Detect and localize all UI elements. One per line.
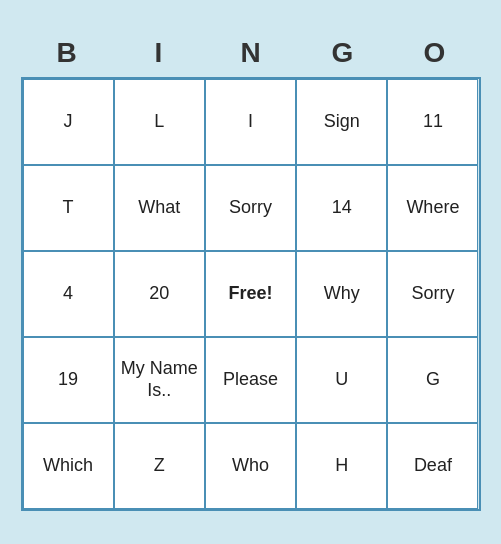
cell-r1-c2[interactable]: Sorry [205, 165, 296, 251]
cell-r0-c3[interactable]: Sign [296, 79, 387, 165]
cell-r2-c3[interactable]: Why [296, 251, 387, 337]
cell-r0-c1[interactable]: L [114, 79, 205, 165]
cell-r4-c3[interactable]: H [296, 423, 387, 509]
cell-r3-c0[interactable]: 19 [23, 337, 114, 423]
cell-r0-c2[interactable]: I [205, 79, 296, 165]
header-letter-b: B [21, 33, 113, 73]
cell-r3-c2[interactable]: Please [205, 337, 296, 423]
cell-r3-c4[interactable]: G [387, 337, 478, 423]
bingo-card: BINGO JLISign11TWhatSorry14Where420Free!… [11, 23, 491, 521]
cell-r4-c4[interactable]: Deaf [387, 423, 478, 509]
bingo-header: BINGO [21, 33, 481, 73]
header-letter-i: I [113, 33, 205, 73]
cell-r0-c0[interactable]: J [23, 79, 114, 165]
bingo-grid: JLISign11TWhatSorry14Where420Free!WhySor… [21, 77, 481, 511]
header-letter-n: N [205, 33, 297, 73]
cell-r1-c3[interactable]: 14 [296, 165, 387, 251]
cell-r2-c1[interactable]: 20 [114, 251, 205, 337]
cell-r2-c2[interactable]: Free! [205, 251, 296, 337]
cell-r2-c0[interactable]: 4 [23, 251, 114, 337]
cell-r2-c4[interactable]: Sorry [387, 251, 478, 337]
cell-r4-c2[interactable]: Who [205, 423, 296, 509]
cell-r4-c1[interactable]: Z [114, 423, 205, 509]
cell-r3-c1[interactable]: My Name Is.. [114, 337, 205, 423]
header-letter-o: O [389, 33, 481, 73]
cell-r0-c4[interactable]: 11 [387, 79, 478, 165]
cell-r1-c0[interactable]: T [23, 165, 114, 251]
cell-r3-c3[interactable]: U [296, 337, 387, 423]
cell-r4-c0[interactable]: Which [23, 423, 114, 509]
cell-r1-c1[interactable]: What [114, 165, 205, 251]
cell-r1-c4[interactable]: Where [387, 165, 478, 251]
header-letter-g: G [297, 33, 389, 73]
